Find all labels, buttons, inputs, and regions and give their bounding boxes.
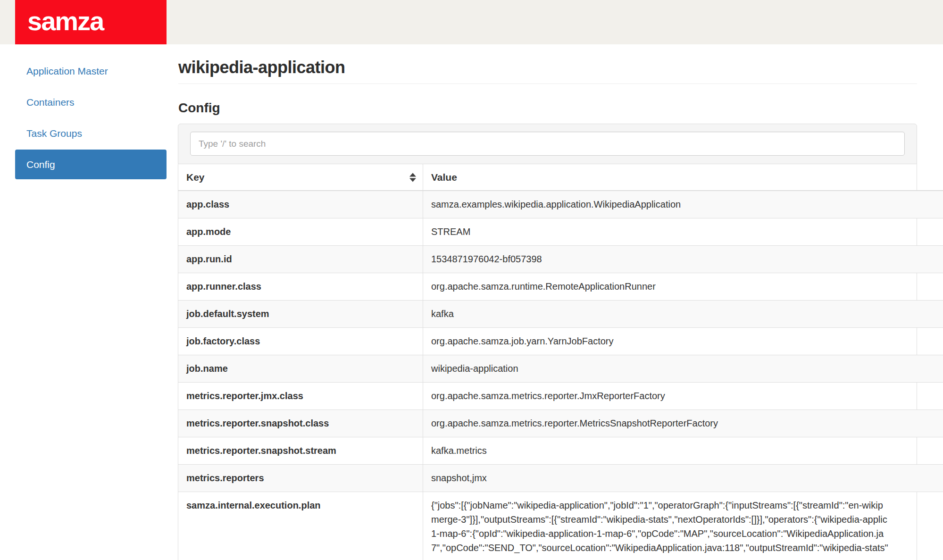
execution-plan-line: merge-3"]}],"outputStreams":[{"streamId"… (431, 512, 935, 527)
row-key: app.class (178, 191, 423, 218)
row-value: org.apache.samza.job.yarn.YarnJobFactory (423, 328, 943, 355)
table-row: metrics.reporter.jmx.class org.apache.sa… (178, 383, 943, 410)
sidebar-item-task-groups[interactable]: Task Groups (15, 118, 167, 148)
row-value: snapshot,jmx (423, 465, 943, 492)
row-key: samza.internal.execution.plan (178, 492, 423, 560)
row-value: wikipedia-application (423, 355, 943, 382)
title-divider (178, 84, 917, 84)
sidebar-item-label: Task Groups (26, 128, 82, 139)
row-value: 1534871976042-bf057398 (423, 246, 943, 273)
table-row: app.run.id 1534871976042-bf057398 (178, 246, 943, 273)
column-header-key-label: Key (186, 172, 205, 183)
table-row: samza.internal.execution.plan {"jobs":[{… (178, 492, 943, 560)
sidebar-nav: Application Master Containers Task Group… (15, 56, 167, 181)
sidebar-item-containers[interactable]: Containers (15, 87, 167, 117)
row-value: org.apache.samza.runtime.RemoteApplicati… (423, 273, 943, 300)
table-row: metrics.reporter.snapshot.class org.apac… (178, 410, 943, 437)
config-section-heading: Config (178, 100, 220, 116)
execution-plan-line: 1-map-6":{"opId":"wikipedia-application-… (431, 527, 935, 541)
row-key: app.mode (178, 218, 423, 245)
row-value: kafka (423, 301, 943, 327)
row-key: metrics.reporters (178, 465, 423, 492)
row-value: kafka.metrics (423, 437, 943, 464)
row-value: org.apache.samza.metrics.reporter.Metric… (423, 410, 943, 437)
table-row: app.mode STREAM (178, 218, 943, 246)
sidebar-item-application-master[interactable]: Application Master (15, 56, 167, 86)
samza-logo-text: samza (27, 8, 103, 36)
row-key: metrics.reporter.snapshot.stream (178, 437, 423, 464)
row-value: org.apache.samza.metrics.reporter.JmxRep… (423, 383, 943, 410)
column-header-key[interactable]: Key (178, 164, 423, 190)
column-header-value-label: Value (431, 172, 457, 183)
row-key: metrics.reporter.jmx.class (178, 383, 423, 410)
row-key: job.default.system (178, 301, 423, 327)
sidebar-item-label: Application Master (26, 66, 108, 77)
sidebar-item-config[interactable]: Config (15, 150, 167, 179)
sidebar-item-label: Containers (26, 97, 75, 108)
samza-logo[interactable]: samza (15, 0, 167, 44)
column-header-value[interactable]: Value (423, 164, 943, 190)
table-row: metrics.reporters snapshot,jmx (178, 465, 943, 492)
table-row: metrics.reporter.snapshot.stream kafka.m… (178, 437, 943, 465)
execution-plan-line: {"jobs":[{"jobName":"wikipedia-applicati… (431, 498, 935, 512)
config-table: Key Value app.class samza.examples.wikip… (178, 164, 943, 560)
sort-down-arrow-icon (409, 178, 416, 182)
table-row: app.runner.class org.apache.samza.runtim… (178, 273, 943, 301)
table-row: job.default.system kafka (178, 301, 943, 328)
table-header-row: Key Value (178, 164, 943, 191)
row-value: STREAM (423, 218, 943, 245)
config-panel-heading (178, 124, 917, 164)
row-key: app.run.id (178, 246, 423, 273)
table-row: app.class samza.examples.wikipedia.appli… (178, 191, 943, 218)
sort-icon[interactable] (409, 173, 416, 182)
row-key: app.runner.class (178, 273, 423, 300)
row-value-execution-plan: {"jobs":[{"jobName":"wikipedia-applicati… (423, 492, 943, 560)
page-title: wikipedia-application (178, 58, 345, 77)
search-input[interactable] (190, 132, 905, 156)
row-key: metrics.reporter.snapshot.class (178, 410, 423, 437)
table-row: job.name wikipedia-application (178, 355, 943, 383)
table-row: job.factory.class org.apache.samza.job.y… (178, 328, 943, 355)
row-key: job.name (178, 355, 423, 382)
row-key: job.factory.class (178, 328, 423, 355)
execution-plan-line: 7","opCode":"SEND_TO","sourceLocation":"… (431, 541, 935, 555)
sort-up-arrow-icon (409, 173, 416, 176)
sidebar-item-label: Config (26, 159, 55, 170)
row-value: samza.examples.wikipedia.application.Wik… (423, 191, 943, 218)
